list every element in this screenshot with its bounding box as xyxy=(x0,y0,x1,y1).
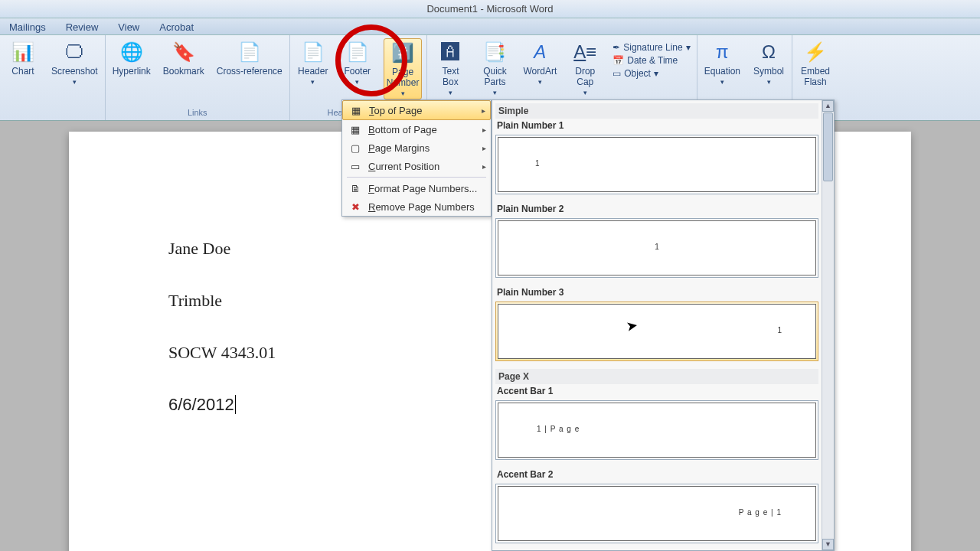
ribbon-tabs: Mailings Review View Acrobat xyxy=(0,18,980,35)
quickparts-button[interactable]: 📑Quick Parts xyxy=(476,38,513,98)
gallery-accent-bar-1[interactable]: 1 | P a g e xyxy=(495,400,818,460)
equation-button[interactable]: πEquation xyxy=(702,38,743,87)
gallery-section-pagex: Page X xyxy=(495,369,818,384)
wordart-icon: A xyxy=(528,40,552,64)
gallery-scrollbar[interactable]: ▲ ▼ xyxy=(822,100,834,550)
page-number-menu: ▦ TTop of Pageop of Page ▦ Bottom of Pag… xyxy=(341,99,492,217)
datetime-icon: 📅 xyxy=(612,55,624,66)
gallery-plain-number-3[interactable]: 1 xyxy=(495,302,818,361)
gallery-plain-number-2[interactable]: 1 xyxy=(495,218,818,278)
embed-flash-button[interactable]: ⚡Embed Flash xyxy=(797,38,834,89)
menu-page-margins[interactable]: ▢ Page Margins xyxy=(342,139,491,157)
hyperlink-icon: 🌐 xyxy=(119,40,144,64)
scroll-thumb[interactable] xyxy=(823,112,833,181)
flash-icon: ⚡ xyxy=(803,40,828,64)
dropcap-button[interactable]: A≡Drop Cap xyxy=(567,38,603,98)
page-icon: ▦ xyxy=(349,103,363,117)
footer-button[interactable]: 📄Footer xyxy=(339,38,376,87)
menu-top-of-page[interactable]: ▦ TTop of Pageop of Page xyxy=(342,100,491,120)
dropcap-icon: A≡ xyxy=(573,40,597,64)
chart-button[interactable]: 📊Chart xyxy=(5,38,41,78)
menu-separator xyxy=(347,177,486,178)
crossref-icon: 📄 xyxy=(237,40,262,64)
wordart-button[interactable]: AWordArt xyxy=(521,38,559,87)
links-group-label: Links xyxy=(188,108,207,119)
menu-bottom-of-page[interactable]: ▦ Bottom of Page xyxy=(342,120,491,139)
page-icon: ▦ xyxy=(348,122,362,136)
gallery-item-label: Plain Number 3 xyxy=(495,285,818,299)
footer-icon: 📄 xyxy=(345,40,370,64)
header-button[interactable]: 📄Header xyxy=(295,38,332,87)
gallery-section-simple: Simple xyxy=(495,103,818,119)
quickparts-icon: 📑 xyxy=(482,40,507,64)
gallery-accent-bar-2[interactable]: P a g e | 1 xyxy=(495,484,818,543)
gallery-item-label: Plain Number 1 xyxy=(495,119,818,132)
format-icon: 🗎 xyxy=(348,181,362,195)
menu-remove-page-numbers[interactable]: ✖ Remove Page Numbers xyxy=(342,197,491,216)
textbox-button[interactable]: 🅰Text Box xyxy=(432,38,469,98)
scroll-down-button[interactable]: ▼ xyxy=(822,539,834,550)
gallery-plain-number-1[interactable]: 1 xyxy=(495,135,818,194)
tab-acrobat[interactable]: Acrobat xyxy=(156,20,197,34)
hyperlink-button[interactable]: 🌐Hyperlink xyxy=(110,38,153,78)
tab-view[interactable]: View xyxy=(115,20,142,34)
menu-format-page-numbers[interactable]: 🗎 Format Page Numbers... xyxy=(342,179,491,197)
header-icon: 📄 xyxy=(301,40,325,64)
equation-icon: π xyxy=(710,40,734,64)
datetime-button[interactable]: 📅Date & Time xyxy=(611,54,691,67)
bookmark-button[interactable]: 🔖Bookmark xyxy=(161,38,207,78)
signature-icon: ✒ xyxy=(612,42,620,53)
object-icon: ▭ xyxy=(612,68,621,79)
screenshot-icon: 🖵 xyxy=(62,40,87,64)
gallery-item-label: Accent Bar 2 xyxy=(495,468,818,481)
chart-icon: 📊 xyxy=(11,40,35,64)
symbol-button[interactable]: ΩSymbol xyxy=(750,38,787,87)
signature-line-button[interactable]: ✒Signature Line ▾ xyxy=(611,41,691,54)
gallery-item-label: Plain Number 2 xyxy=(495,202,818,216)
bookmark-icon: 🔖 xyxy=(172,40,196,64)
tab-mailings[interactable]: Mailings xyxy=(6,20,49,34)
symbol-icon: Ω xyxy=(756,40,781,64)
crossref-button[interactable]: 📄Cross-reference xyxy=(214,38,285,78)
page-icon: ▢ xyxy=(348,141,362,155)
screenshot-button[interactable]: 🖵Screenshot xyxy=(49,38,100,87)
object-button[interactable]: ▭Object ▾ xyxy=(611,67,691,80)
page-number-button[interactable]: #️⃣Page Number xyxy=(384,38,423,99)
group-label xyxy=(51,108,54,119)
page-number-gallery: Simple Plain Number 1 1 Plain Number 2 1… xyxy=(492,99,835,551)
textbox-icon: 🅰 xyxy=(438,40,462,64)
page-icon: ▭ xyxy=(348,159,362,173)
tab-review[interactable]: Review xyxy=(63,20,102,34)
page-number-icon: #️⃣ xyxy=(390,41,415,65)
menu-current-position[interactable]: ▭ Current Position xyxy=(342,157,491,175)
remove-icon: ✖ xyxy=(348,200,362,214)
gallery-item-label: Accent Bar 1 xyxy=(495,384,818,398)
scroll-up-button[interactable]: ▲ xyxy=(822,100,834,112)
title-bar: Document1 - Microsoft Word xyxy=(0,0,980,18)
